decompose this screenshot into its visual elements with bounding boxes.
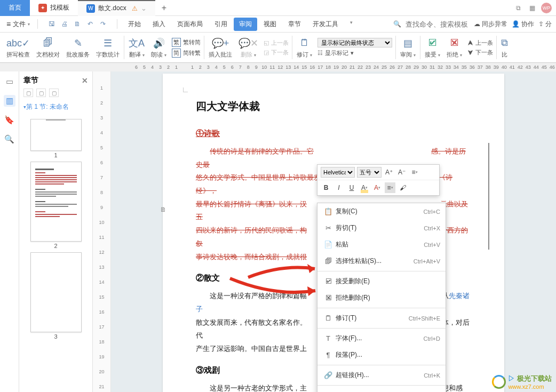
- share-icon: ⇪: [538, 20, 544, 28]
- menu-paste[interactable]: 📄粘贴Ctrl+V: [317, 236, 446, 253]
- prev-comment-button[interactable]: ◱上一条: [264, 39, 289, 47]
- review-pane-button[interactable]: ▤审阅 ▾: [397, 33, 419, 62]
- window-controls: ⧉ ▦ WP: [513, 3, 556, 13]
- tab-home[interactable]: 首页: [0, 0, 30, 16]
- ribbon-tab-more[interactable]: ▾: [345, 18, 358, 31]
- accept-button[interactable]: 🗹接受 ▾: [422, 33, 443, 62]
- menu-paragraph[interactable]: ¶段落(P)...: [317, 347, 446, 363]
- format-painter-button[interactable]: 🖌: [398, 182, 408, 193]
- reject-button[interactable]: 🗷拒绝 ▾: [443, 33, 465, 62]
- compare-button[interactable]: ⧉比: [498, 33, 511, 62]
- menu-copy[interactable]: 📋复制(C)Ctrl+C: [317, 203, 446, 220]
- grid-icon[interactable]: ▦: [527, 3, 537, 13]
- underline-button[interactable]: U: [346, 182, 357, 193]
- highlight-button[interactable]: A▾: [359, 182, 370, 193]
- delete-comment-button[interactable]: 💬✕删除 ▾: [235, 33, 261, 62]
- down-icon: ◲: [264, 49, 269, 56]
- menu-accept-delete[interactable]: 🗹接受删除(E): [317, 273, 446, 290]
- menu-hyperlink[interactable]: 🔗超链接(H)...Ctrl+K: [317, 367, 446, 383]
- approve-service-button[interactable]: ✎批改服务: [63, 33, 93, 62]
- thumb-page-2[interactable]: [30, 162, 82, 242]
- size-select[interactable]: 五号: [357, 167, 382, 178]
- user-avatar[interactable]: WP: [541, 3, 552, 13]
- print-icon[interactable]: 🖨: [60, 20, 69, 28]
- decrease-font-button[interactable]: A⁻: [396, 167, 407, 178]
- sections-title: 章节: [23, 76, 38, 85]
- section-tool-c[interactable]: ▢: [49, 89, 59, 97]
- menu-cut[interactable]: ✂剪切(T)Ctrl+X: [317, 220, 446, 236]
- paragraph-icon: ¶: [323, 351, 333, 359]
- bold-button[interactable]: B: [321, 182, 331, 193]
- undo-icon[interactable]: ↶: [86, 20, 94, 28]
- search-panel-icon[interactable]: 🔍: [4, 133, 15, 145]
- horizontal-ruler[interactable]: 6 5 4 3 2 1 1 2 345678910111213141516171…: [0, 63, 556, 71]
- line-spacing-button[interactable]: ≡▾: [409, 167, 420, 178]
- revise-button[interactable]: 🗒修订 ▾: [293, 33, 315, 62]
- ribbon-tab-reference[interactable]: 引用: [209, 18, 233, 31]
- menu-revise[interactable]: 🗒修订(T)Ctrl+Shift+E: [317, 310, 446, 326]
- next-change-button[interactable]: ⮟下一条: [467, 49, 493, 57]
- simp-to-trad-button[interactable]: 简简转繁: [172, 49, 201, 58]
- show-markup-button[interactable]: ☷显示标记 ▾: [317, 49, 392, 57]
- vertical-ruler[interactable]: 123456789101112131415161718192021222324: [93, 71, 111, 392]
- margin-note-icon[interactable]: 🗎: [160, 206, 166, 213]
- layout-icon[interactable]: ⧉: [513, 3, 523, 13]
- tab-templates[interactable]: ✦ 找模板: [30, 0, 78, 16]
- ribbon-tab-devtools[interactable]: 开发工具: [307, 18, 344, 31]
- prev-change-button[interactable]: ⮝上一条: [467, 39, 493, 47]
- compare-icon: ⧉: [501, 37, 508, 50]
- title-bar: 首页 ✦ 找模板 W 散文.docx ⚠ ⌄ + ⧉ ▦ WP: [0, 0, 556, 16]
- doc-proof-button[interactable]: 🗐文档校对: [33, 33, 63, 62]
- increase-font-button[interactable]: A⁺: [384, 167, 394, 178]
- wordcount-button[interactable]: ☰字数统计: [93, 33, 123, 62]
- menu-paste-special[interactable]: 🗐选择性粘贴(S)...Ctrl+Alt+V: [317, 253, 446, 269]
- menu-short-translate[interactable]: 🗣短句翻译(T): [317, 387, 446, 392]
- translate-button[interactable]: 文A翻译 ▾: [125, 33, 148, 62]
- section-1-label[interactable]: 第 1 节: 未命名: [19, 100, 92, 114]
- outline-icon[interactable]: ▭: [4, 76, 15, 87]
- save-icon[interactable]: 🖫: [47, 20, 56, 28]
- ribbon-tab-view[interactable]: 视图: [258, 18, 282, 31]
- sync-status[interactable]: ☁同步异常: [474, 20, 507, 29]
- file-menu-label: 文件: [13, 20, 26, 29]
- ribbon-tabs: 开始 插入 页面布局 引用 审阅 视图 章节 开发工具 ▾: [123, 18, 358, 31]
- redo-icon[interactable]: ↷: [99, 20, 107, 28]
- tab-templates-label: 找模板: [50, 3, 69, 12]
- trad-to-simp-button[interactable]: 繁繁转简: [172, 38, 201, 47]
- preview-icon[interactable]: 🗎: [73, 20, 82, 28]
- sections-icon[interactable]: ▥: [4, 95, 15, 107]
- menu-reject-delete[interactable]: 🗷拒绝删除(R): [317, 290, 446, 306]
- section-tool-a[interactable]: ▢: [23, 89, 33, 97]
- collab-button[interactable]: 👤协作: [512, 20, 534, 29]
- bookmark-icon[interactable]: 🔖: [4, 114, 15, 126]
- markup-state-select[interactable]: 显示标记的最终状态: [317, 38, 392, 47]
- ribbon: abc✓拼写检查 🗐文档校对 ✎批改服务 ☰字数统计 文A翻译 ▾ 🔊朗读 ▾ …: [0, 32, 556, 63]
- share-button[interactable]: ⇪分: [538, 20, 552, 29]
- thumb-page-3[interactable]: [30, 252, 82, 332]
- dropdown-icon[interactable]: ⌄: [141, 4, 147, 12]
- thumb-page-1[interactable]: [30, 119, 82, 151]
- ribbon-tab-start[interactable]: 开始: [123, 18, 146, 31]
- menu-font[interactable]: T字体(F)...Ctrl+D: [317, 330, 446, 347]
- read-aloud-button[interactable]: 🔊朗读 ▾: [148, 33, 170, 62]
- ribbon-tab-pagelayout[interactable]: 页面布局: [172, 18, 208, 31]
- section-tool-b[interactable]: ▢: [36, 89, 46, 97]
- file-menu[interactable]: 文件 ▾: [4, 20, 32, 29]
- markup-group: 显示标记的最终状态 ☷显示标记 ▾: [315, 33, 394, 62]
- font-color-button[interactable]: A▾: [372, 182, 383, 193]
- ribbon-tab-review[interactable]: 审阅: [234, 18, 257, 31]
- next-comment-button[interactable]: ◲下一条: [264, 49, 289, 57]
- italic-button[interactable]: I: [333, 182, 344, 193]
- ribbon-tab-insert[interactable]: 插入: [147, 18, 171, 31]
- ribbon-tab-chapter[interactable]: 章节: [283, 18, 306, 31]
- command-search-input[interactable]: [406, 20, 470, 28]
- reject-del-icon: 🗷: [323, 294, 333, 302]
- font-select[interactable]: Helvetica: [321, 167, 355, 178]
- new-tab-button[interactable]: +: [155, 3, 173, 13]
- close-panel-button[interactable]: ✕: [82, 76, 88, 85]
- revise-menu-icon: 🗒: [323, 314, 333, 322]
- spellcheck-button[interactable]: abc✓拼写检查: [3, 33, 33, 62]
- insert-comment-button[interactable]: 💬+插入批注: [205, 33, 235, 62]
- tab-document[interactable]: W 散文.docx ⚠ ⌄: [78, 0, 155, 16]
- align-button[interactable]: ≡▾: [385, 182, 395, 193]
